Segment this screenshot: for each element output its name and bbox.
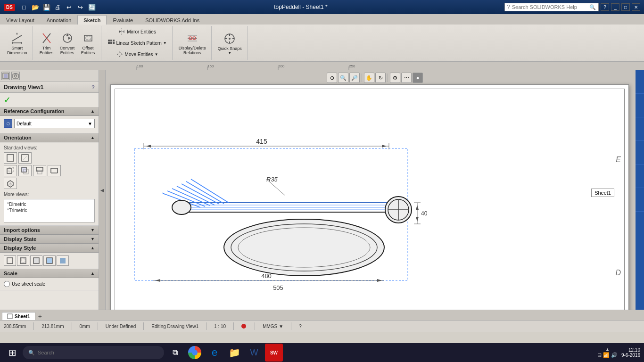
zoom-out-button[interactable]: 🔎 bbox=[349, 73, 360, 83]
mirror-entities-button[interactable]: Mirror Entities bbox=[116, 26, 158, 37]
redo-button[interactable]: ↪ bbox=[75, 2, 86, 12]
status-help[interactable]: ? bbox=[299, 324, 302, 329]
status-y: 213.81mm bbox=[41, 324, 64, 329]
orientation-header[interactable]: Orientation ▲ bbox=[0, 133, 99, 142]
relations-group: Display/DeleteRelations bbox=[173, 26, 212, 60]
svg-rect-10 bbox=[108, 40, 110, 41]
isometric-view-button[interactable] bbox=[4, 178, 17, 189]
status-sep-3 bbox=[98, 322, 98, 330]
display-delete-relations-button[interactable]: Display/DeleteRelations bbox=[176, 29, 208, 57]
rebuild-button[interactable]: 🔄 bbox=[87, 2, 97, 12]
panel-collapse-handle[interactable]: ◀ bbox=[99, 70, 106, 310]
save-button[interactable]: 💾 bbox=[41, 2, 52, 12]
vnav-item-5[interactable] bbox=[636, 165, 644, 188]
shaded-button[interactable] bbox=[57, 255, 69, 266]
search-input[interactable] bbox=[512, 4, 587, 10]
titlebar-left: DS □ 📂 💾 🖨 ↩ ↪ 🔄 bbox=[4, 2, 97, 12]
trim-entities-button[interactable]: TrimEntities bbox=[37, 29, 57, 57]
help-button[interactable]: ? bbox=[601, 3, 609, 11]
more-tools-button[interactable]: ⋯ bbox=[401, 73, 412, 83]
tab-evaluate[interactable]: Evaluate bbox=[107, 15, 139, 25]
status-units: MMGS ▼ bbox=[263, 324, 283, 329]
accept-button[interactable]: ✓ bbox=[0, 93, 99, 107]
explorer-button[interactable]: 📁 bbox=[225, 344, 243, 362]
back-view-button[interactable] bbox=[18, 152, 32, 164]
display-style-chevron: ▲ bbox=[91, 246, 95, 250]
offset-entities-button[interactable]: OffsetEntities bbox=[78, 29, 98, 57]
chrome-button[interactable] bbox=[186, 344, 204, 362]
taskbar-search-input[interactable] bbox=[38, 350, 132, 355]
add-sheet-button[interactable]: + bbox=[38, 313, 42, 320]
ribbon-tabs: View Layout Annotation Sketch Evaluate S… bbox=[0, 14, 644, 25]
import-options-header[interactable]: Import options ▼ bbox=[0, 226, 99, 235]
bottom-view-button[interactable] bbox=[48, 165, 61, 176]
shaded-with-edges-button[interactable] bbox=[43, 255, 56, 266]
smart-dimension-button[interactable]: SmartDimension bbox=[5, 29, 30, 57]
move-entities-button[interactable]: Move Entities ▼ bbox=[114, 49, 161, 59]
panel-icon-drawing[interactable] bbox=[1, 72, 10, 80]
right-view-button[interactable] bbox=[18, 165, 32, 176]
start-button[interactable]: ⊞ bbox=[4, 344, 21, 361]
sheet1-tab[interactable]: Sheet1 bbox=[2, 312, 35, 320]
taskbar-search[interactable]: 🔍 bbox=[23, 346, 164, 359]
pan-button[interactable]: ✋ bbox=[364, 73, 374, 83]
left-panel-content: Reference Configuration ▲ ⬡ Default ▼ Or… bbox=[0, 107, 99, 310]
config-dropdown[interactable]: Default ▼ bbox=[14, 119, 95, 128]
mirror-entities-label: Mirror Entities bbox=[127, 29, 156, 34]
dimetric-item[interactable]: *Dimetric bbox=[6, 201, 92, 207]
left-panel: Drawing View1 ? ✓ Reference Configuratio… bbox=[0, 70, 99, 310]
svg-rect-62 bbox=[60, 258, 66, 263]
orientation-content: Standard views: bbox=[0, 142, 99, 226]
hidden-lines-removed-button[interactable] bbox=[30, 255, 42, 266]
front-view-button[interactable] bbox=[4, 152, 17, 164]
vnav-item-6[interactable] bbox=[636, 188, 644, 212]
linear-sketch-pattern-button[interactable]: Linear Sketch Pattern ▼ bbox=[105, 38, 169, 48]
display-style-header[interactable]: Display Style ▲ bbox=[0, 244, 99, 253]
display-style-buttons bbox=[4, 255, 95, 266]
wireframe-button[interactable] bbox=[4, 255, 16, 266]
word-button[interactable]: W bbox=[245, 344, 263, 362]
close-button[interactable]: ✕ bbox=[632, 3, 640, 11]
vnav-item-4[interactable] bbox=[636, 141, 644, 165]
display-settings-button[interactable]: ⚙ bbox=[390, 73, 400, 83]
reference-config-header[interactable]: Reference Configuration ▲ bbox=[0, 107, 99, 116]
print-button[interactable]: 🖨 bbox=[53, 2, 63, 12]
edge-button[interactable]: e bbox=[206, 344, 223, 362]
convert-entities-button[interactable]: ConvertEntities bbox=[58, 29, 77, 57]
zoom-to-fit-button[interactable]: ⊙ bbox=[327, 73, 337, 83]
zoom-in-button[interactable]: 🔍 bbox=[338, 73, 348, 83]
solidworks-taskbar-button[interactable]: SW bbox=[265, 344, 283, 362]
rotate-button[interactable]: ↻ bbox=[375, 73, 386, 83]
view-setting-button[interactable]: ● bbox=[413, 73, 423, 83]
standard-views-label: Standard views: bbox=[4, 145, 95, 150]
task-view-button[interactable]: ⧉ bbox=[166, 344, 184, 362]
scale-content: Use sheet scale bbox=[0, 278, 99, 290]
use-sheet-scale-radio[interactable] bbox=[4, 281, 10, 287]
trimetric-item[interactable]: *Trimetric bbox=[6, 207, 92, 214]
svg-rect-8 bbox=[86, 37, 91, 40]
vnav-item-2[interactable] bbox=[636, 94, 644, 117]
tab-annotation[interactable]: Annotation bbox=[41, 15, 78, 25]
titlebar-right: ? 🔍 ? _ □ ✕ bbox=[504, 3, 640, 11]
scale-header[interactable]: Scale ▲ bbox=[0, 269, 99, 278]
quick-snaps-button[interactable]: Quick Snaps ▼ bbox=[215, 30, 244, 57]
vnav-item-3[interactable] bbox=[636, 117, 644, 141]
left-view-button[interactable] bbox=[4, 165, 17, 176]
tab-sketch[interactable]: Sketch bbox=[77, 15, 107, 25]
clock-date: 9-6-2016 bbox=[621, 353, 640, 358]
tab-addins[interactable]: SOLIDWORKS Add-Ins bbox=[139, 15, 206, 25]
new-button[interactable]: □ bbox=[19, 2, 29, 12]
display-state-header[interactable]: Display State ▼ bbox=[0, 235, 99, 244]
hidden-lines-visible-button[interactable] bbox=[17, 255, 29, 266]
tab-view-layout[interactable]: View Layout bbox=[0, 15, 41, 25]
vnav-item-7[interactable] bbox=[636, 212, 644, 235]
panel-icon-camera[interactable] bbox=[11, 72, 20, 80]
minimize-button[interactable]: _ bbox=[611, 3, 619, 11]
x-coord: 208.55mm bbox=[4, 324, 26, 329]
search-area[interactable]: ? 🔍 bbox=[504, 3, 599, 11]
undo-button[interactable]: ↩ bbox=[64, 2, 74, 12]
panel-help-button[interactable]: ? bbox=[91, 84, 95, 90]
open-button[interactable]: 📂 bbox=[30, 2, 41, 12]
restore-button[interactable]: □ bbox=[621, 3, 630, 11]
top-view-button[interactable] bbox=[33, 165, 46, 176]
